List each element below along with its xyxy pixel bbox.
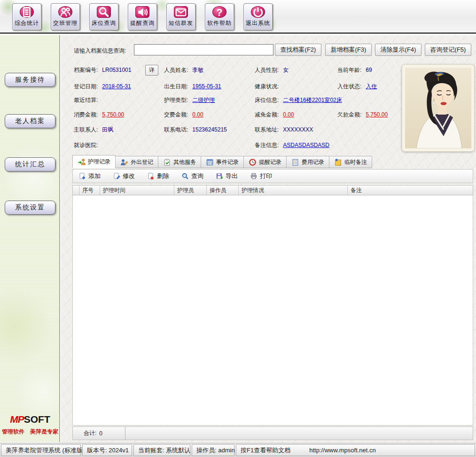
toolbar-button-shift[interactable]: 交班管理 [51, 3, 80, 30]
tab-temp-notes[interactable]: 临时备注 [329, 156, 372, 168]
detail-button[interactable]: 详 [145, 65, 158, 76]
tab-label: 护理记录 [88, 158, 110, 166]
column-header-index[interactable]: 序号 [79, 186, 100, 195]
consume-amount-value[interactable]: 5,750.00 [102, 111, 124, 118]
new-archive-button[interactable]: 新增档案(F3) [325, 44, 372, 56]
find-archive-button[interactable]: 查找档案(F2) [275, 44, 321, 56]
discount-amount-value[interactable]: 0.00 [283, 111, 294, 118]
sidebar-item-service-reception[interactable]: 服务接待 [5, 73, 55, 87]
register-date-link[interactable]: 2018-05-31 [102, 83, 131, 90]
tab-care-records[interactable]: 护理记录 [72, 155, 116, 168]
calendar-grid-icon [206, 158, 214, 166]
live-status-link[interactable]: 入住 [366, 83, 377, 91]
sidebar-item-system-settings[interactable]: 系统设置 [5, 201, 55, 215]
record-action-toolbar: 添加 修改 删除 查询 导出 打印 [72, 169, 473, 183]
tab-outing-register[interactable]: 外出登记 [116, 156, 158, 168]
sidebar-item-elder-archives[interactable]: 老人档案 [5, 114, 55, 128]
column-header-operator[interactable]: 操作员 [207, 186, 239, 195]
shift-people-icon [58, 6, 72, 18]
profile-row-1: 档案编号:LR0531001 详 人员姓名:李敏 人员性别:女 当前年龄:69 [61, 66, 409, 76]
consult-register-button[interactable]: 咨询登记(F5) [425, 44, 471, 56]
address-label: 联系地址: [255, 126, 279, 134]
toolbar-button-label: 提醒查询 [130, 19, 155, 27]
export-icon [216, 172, 223, 180]
last-settlement-label: 最近结算: [74, 96, 98, 104]
action-label: 修改 [123, 172, 135, 180]
print-button[interactable]: 打印 [250, 172, 272, 180]
phone-value: 15236245215 [192, 126, 226, 133]
debt-amount-label: 欠款金额: [337, 111, 361, 119]
live-status-label: 入住状态: [337, 83, 361, 91]
hospital-label: 就诊医院: [74, 141, 98, 149]
toolbar-button-label: 交班管理 [53, 19, 78, 27]
tab-label: 外出登记 [131, 158, 153, 166]
care-type-link[interactable]: 二级护理 [192, 96, 215, 104]
paid-amount-value[interactable]: 0.00 [192, 111, 203, 118]
export-button[interactable]: 导出 [216, 172, 238, 180]
column-header-care-time[interactable]: 护理时间 [100, 186, 174, 195]
action-label: 删除 [157, 172, 169, 180]
care-type-label: 护理类型: [164, 96, 188, 104]
file-number-value: LR0531001 [102, 67, 131, 73]
address-value: XXXXXXXX [283, 126, 313, 133]
clear-display-button[interactable]: 清除显示(F4) [375, 44, 421, 56]
column-header-remark[interactable]: 备注 [348, 186, 473, 195]
birth-date-link[interactable]: 1955-05-31 [192, 83, 221, 90]
action-label: 导出 [226, 172, 238, 180]
person-name-value: 李敏 [192, 66, 203, 74]
toolbar-button-exit[interactable]: 退出系统 [243, 3, 273, 30]
bed-info-link[interactable]: 二号楼16楼2201室02床 [283, 96, 342, 104]
status-account-set: 当前账套: 系统默认 [133, 444, 190, 456]
envelope-icon [174, 6, 188, 18]
tab-label: 费用记录 [302, 158, 324, 166]
sidebar: 服务接待 老人档案 统计汇总 系统设置 MPSOFT 管理软件 美萍是专家 [0, 35, 60, 442]
column-header-care-detail[interactable]: 护理情况 [239, 186, 348, 195]
sidebar-item-statistics-summary[interactable]: 统计汇总 [5, 157, 55, 171]
query-button[interactable]: 查询 [181, 172, 203, 180]
action-label: 打印 [260, 172, 272, 180]
toolbar-button-reminder-query[interactable]: 提醒查询 [128, 3, 157, 30]
tab-other-services[interactable]: 其他服务 [158, 156, 201, 168]
status-website-url[interactable]: http://www.mpsoft.net.cn [309, 447, 376, 454]
bed-info-label: 床位信息: [255, 96, 279, 104]
care-record-table-header: 序号 护理时间 护理员 操作员 护理情况 备注 [72, 185, 473, 195]
discount-amount-label: 减免金额: [255, 111, 279, 119]
logo-mp-text: MP [10, 414, 24, 425]
toolbar-button-bed-search[interactable]: 床位查询 [89, 3, 118, 30]
debt-amount-value[interactable]: 5,750.00 [366, 111, 388, 118]
tab-reminder-records[interactable]: 提醒记录 [244, 156, 287, 168]
search-icon [181, 172, 189, 180]
toolbar-button-label: 软件帮助 [207, 19, 232, 27]
profile-row-2: 登记日期:2018-05-31 出生日期:1955-05-31 健康状况: 入住… [61, 83, 409, 92]
gender-label: 人员性别: [255, 66, 279, 74]
fee-list-icon [291, 158, 299, 166]
person-name-label: 人员姓名: [164, 66, 188, 74]
paid-amount-label: 交费金额: [164, 111, 188, 119]
note-info-link[interactable]: ASDASDASDASD [283, 142, 329, 148]
person-pencil-icon [120, 158, 128, 166]
archive-search-input[interactable] [134, 44, 273, 55]
care-record-table-footer: 合计: 0 [72, 426, 473, 440]
sticky-note-icon [334, 158, 342, 166]
toolbar-button-sms[interactable]: 短信群发 [166, 3, 195, 30]
age-label: 当前年龄: [337, 66, 361, 74]
tab-fee-records[interactable]: 费用记录 [287, 156, 329, 168]
column-header-caregiver[interactable]: 护理员 [174, 186, 207, 195]
add-button[interactable]: 添加 [78, 172, 101, 180]
edit-icon [113, 172, 120, 180]
action-label: 查询 [191, 172, 203, 180]
toolbar-button-stats[interactable]: 综合统计 [12, 3, 41, 30]
status-bar: 美萍养老院管理系统 (标准版) 版本号: 2024v1 当前账套: 系统默认 操… [0, 443, 476, 457]
person-arrow-icon [78, 158, 86, 166]
delete-button[interactable]: 删除 [147, 172, 169, 180]
toolbar-button-help[interactable]: ? 软件帮助 [205, 3, 234, 30]
resident-photo [402, 64, 475, 152]
age-value: 69 [366, 67, 372, 73]
tab-event-records[interactable]: 事件记录 [201, 156, 244, 168]
care-record-table-body[interactable] [72, 195, 473, 426]
logo-soft-text: SOFT [24, 414, 50, 425]
edit-button[interactable]: 修改 [113, 172, 135, 180]
phone-label: 联系电话: [164, 126, 188, 134]
consume-amount-label: 消费金额: [74, 111, 98, 119]
clock-icon [249, 158, 257, 166]
